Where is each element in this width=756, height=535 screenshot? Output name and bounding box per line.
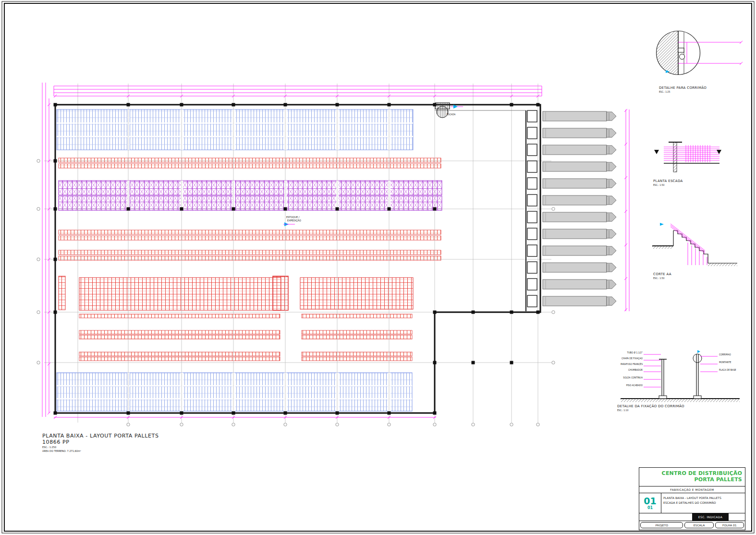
plan-scale: ESC.: 1:250 [42, 446, 56, 449]
callout-left: TUBO Ø 1.1/2" [618, 352, 643, 354]
footer-cell-project: PROJETO [640, 522, 683, 528]
footer-cell-sheet: FOLHA 01 [715, 522, 744, 528]
callout-left: PARAFUSO FRANCÊS [618, 363, 643, 365]
plan-linework [0, 0, 756, 535]
plan-subtitle: 10866 PP [42, 439, 70, 445]
sheet-number-cell: 01 01 [639, 493, 661, 513]
callout-left: SOLDA CONTÍNUA [618, 377, 643, 379]
titleblock-empty-cell-2 [728, 513, 745, 521]
sheet-number-small: 01 [647, 506, 653, 510]
callout-left: PISO ACABADO [618, 384, 643, 387]
scale-cell: ESC. INDICADA [693, 513, 728, 521]
stock-label-line2: EXPEDIÇÃO [287, 219, 301, 222]
stock-label-line1: ESTOQUE / [286, 216, 299, 219]
detail-section-aa [652, 223, 737, 266]
plan-title: PLANTA BAIXA - LAYOUT PORTA PALLETS [42, 433, 159, 439]
detail-stair-plan-title: PLANTA ESCADA [653, 179, 683, 183]
titleblock-scale-row: ESC. INDICADA [639, 513, 745, 521]
detail-stair-plan-scale: ESC.: 1:50 [653, 184, 664, 186]
section-marker-icon [717, 150, 721, 154]
callout-left: CHAPA DE FIXAÇÃO [618, 357, 643, 360]
sheet-description-line1: PLANTA BAIXA - LAYOUT PORTA PALLETS [663, 496, 743, 500]
detail-handrail-title: DETALHE PARA CORRIMÃO [659, 86, 707, 90]
drawing-sheet: PLANTA BAIXA - LAYOUT PORTA PALLETS 1086… [0, 0, 756, 535]
detail-section-aa-scale: ESC.: 1:50 [653, 277, 664, 280]
sheet-border [2, 1, 754, 533]
plan-area: ÁREA DO TERRENO: 7.271,60m² [42, 450, 81, 452]
detail-handrail-fixing-title: DETALHE DA FIXAÇÃO DO CORRIMÃO [617, 404, 684, 408]
titleblock-company-row: CENTRO DE DISTRIBUIÇÃO PORTA PALLETS [639, 468, 745, 486]
stair-label: ESCADA [447, 113, 455, 116]
title-block: CENTRO DE DISTRIBUIÇÃO PORTA PALLETS FAB… [639, 467, 745, 530]
detail-section-aa-title: CORTE AA [653, 272, 671, 276]
sheet-description-line2: ESCADA E DETALHES DO CORRIMÃO [663, 500, 743, 505]
company-name-line2: PORTA PALLETS [662, 476, 742, 483]
rack-rows-purple [59, 181, 442, 210]
titleblock-footer-row: PROJETO ESCALA FOLHA 01 [639, 521, 745, 529]
section-marker-icon [654, 150, 659, 154]
titleblock-empty-cell [639, 513, 693, 521]
detail-stair-plan [654, 142, 721, 172]
callout-left: CHUMBADOR [618, 369, 643, 371]
sheet-description-cell: PLANTA BAIXA - LAYOUT PORTA PALLETS ESCA… [661, 493, 745, 513]
sheet-number: 01 [644, 497, 656, 506]
titleblock-main-row: 01 01 PLANTA BAIXA - LAYOUT PORTA PALLET… [639, 493, 745, 513]
callout-right: CORRIMÃO [719, 353, 731, 356]
detail-handrail-scale: ESC.: 1:25 [659, 91, 670, 93]
callout-right: PLACA DE BASE [719, 369, 736, 371]
detail-handrail-fixing-scale: ESC.: 1:10 [617, 409, 628, 412]
titleblock-band: FABRICAÇÃO E MONTAGEM [639, 486, 745, 493]
company-name-line1: CENTRO DE DISTRIBUIÇÃO [662, 470, 742, 476]
detail-handrail [656, 31, 743, 75]
footer-cell-scale: ESCALA [684, 522, 713, 528]
stock-area-marker [283, 222, 295, 226]
callout-right: MONTANTE [719, 361, 731, 364]
